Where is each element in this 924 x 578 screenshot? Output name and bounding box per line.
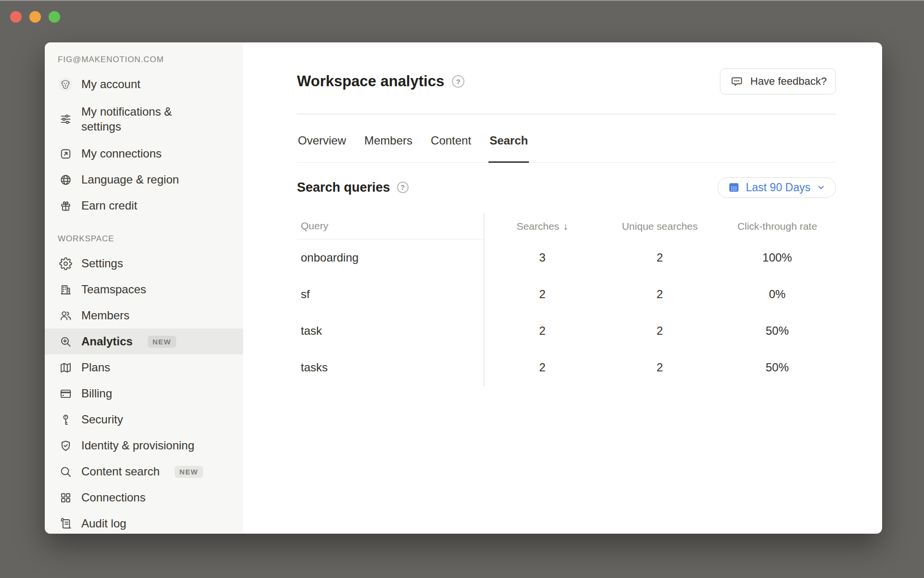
sort-desc-icon: ↓ <box>563 221 568 232</box>
magnifier-plus-icon <box>58 334 73 349</box>
table-header-row: Query Searches↓ Unique searches Click-th… <box>297 213 836 239</box>
table-row: task 2 2 50% <box>297 313 836 349</box>
arrow-up-right-icon <box>58 146 73 161</box>
sidebar-item-language-region[interactable]: Language & region <box>45 167 243 193</box>
sidebar-item-content-search[interactable]: Content search NEW <box>45 459 243 485</box>
new-badge: NEW <box>148 336 176 348</box>
date-range-dropdown[interactable]: Last 90 Days <box>718 177 836 198</box>
sidebar-item-label: Earn credit <box>81 199 137 212</box>
sidebar-item-label: Settings <box>81 257 123 270</box>
sidebar-item-identity-provisioning[interactable]: Identity & provisioning <box>45 433 243 459</box>
query-cell: tasks <box>297 361 484 374</box>
ctr-cell: 100% <box>719 251 836 264</box>
chevron-down-icon <box>816 182 826 193</box>
people-icon <box>58 308 73 323</box>
globe-icon <box>58 172 73 187</box>
sidebar-item-connections[interactable]: Connections <box>45 485 243 511</box>
sidebar-item-label: My connections <box>81 147 162 160</box>
column-header-query[interactable]: Query <box>297 213 484 239</box>
tab-content[interactable]: Content <box>430 115 472 162</box>
sidebar-item-label: Language & region <box>81 173 179 186</box>
sidebar-item-label: Security <box>81 413 123 426</box>
analytics-tabs: Overview Members Content Search <box>297 115 836 163</box>
sidebar-item-earn-credit[interactable]: Earn credit <box>45 193 243 219</box>
column-header-click-through-rate[interactable]: Click-through rate <box>719 221 836 232</box>
sidebar-item-plans[interactable]: Plans <box>45 355 243 381</box>
unique-searches-cell: 2 <box>601 288 719 301</box>
sidebar-item-billing[interactable]: Billing <box>45 381 243 407</box>
column-header-unique-searches[interactable]: Unique searches <box>601 221 719 232</box>
zoom-button[interactable] <box>49 11 60 23</box>
search-queries-table: Query Searches↓ Unique searches Click-th… <box>297 213 836 386</box>
sidebar-item-label: Members <box>81 309 129 322</box>
scroll-icon <box>58 516 73 531</box>
sidebar-item-label: Audit log <box>81 517 126 530</box>
tab-search[interactable]: Search <box>488 115 529 162</box>
query-cell: onboarding <box>297 251 484 264</box>
workspace-section-label: WORKSPACE <box>58 234 243 244</box>
query-cell: task <box>297 324 484 338</box>
feedback-label: Have feedback? <box>750 75 827 88</box>
shield-check-icon <box>58 438 73 453</box>
unique-searches-cell: 2 <box>601 251 719 264</box>
sidebar-item-settings[interactable]: Settings <box>45 250 243 276</box>
new-badge: NEW <box>175 466 203 478</box>
tab-overview[interactable]: Overview <box>297 115 347 162</box>
sidebar-item-security[interactable]: Security <box>45 407 243 433</box>
have-feedback-button[interactable]: Have feedback? <box>720 68 836 94</box>
window-controls <box>10 11 60 23</box>
building-icon <box>58 282 73 297</box>
avatar <box>58 77 73 92</box>
settings-sidebar: FIG@MAKENOTION.COM <box>45 42 243 534</box>
analytics-main: Workspace analytics ? Have feedback? Ove… <box>243 42 882 534</box>
searches-cell: 2 <box>484 361 601 374</box>
magnifier-icon <box>58 464 73 479</box>
sidebar-item-label: Connections <box>81 491 145 504</box>
sidebar-item-label: Content search <box>81 465 160 478</box>
page-title-text: Workspace analytics <box>297 73 444 90</box>
unique-searches-cell: 2 <box>601 324 719 338</box>
ctr-cell: 0% <box>719 288 836 301</box>
chat-bubble-icon <box>729 74 744 89</box>
sidebar-item-label: Plans <box>81 361 110 374</box>
sidebar-item-label: My account <box>81 78 141 91</box>
unique-searches-cell: 2 <box>601 361 719 374</box>
ctr-cell: 50% <box>719 324 836 338</box>
sidebar-item-analytics[interactable]: Analytics NEW <box>45 328 243 355</box>
searches-cell: 2 <box>484 288 601 301</box>
sidebar-item-notifications-settings[interactable]: My notifications & settings <box>45 97 243 141</box>
table-row: tasks 2 2 50% <box>297 349 836 386</box>
sidebar-item-teamspaces[interactable]: Teamspaces <box>45 276 243 302</box>
account-email-label: FIG@MAKENOTION.COM <box>58 55 243 65</box>
query-cell: sf <box>297 288 484 301</box>
column-header-searches[interactable]: Searches↓ <box>484 221 601 232</box>
gear-icon <box>58 256 73 271</box>
sidebar-item-label: Billing <box>81 387 112 400</box>
help-icon[interactable]: ? <box>397 182 409 193</box>
date-range-label: Last 90 Days <box>746 181 810 194</box>
sidebar-item-audit-log[interactable]: Audit log <box>45 511 243 534</box>
table-row: onboarding 3 2 100% <box>297 239 836 276</box>
key-icon <box>58 412 73 427</box>
sidebar-item-my-account[interactable]: My account <box>45 71 243 97</box>
close-button[interactable] <box>10 11 22 23</box>
sidebar-item-my-connections[interactable]: My connections <box>45 141 243 167</box>
minimize-button[interactable] <box>29 11 41 23</box>
settings-window: FIG@MAKENOTION.COM <box>45 42 882 534</box>
map-icon <box>58 360 73 375</box>
help-icon[interactable]: ? <box>452 75 464 88</box>
credit-card-icon <box>58 386 73 401</box>
ctr-cell: 50% <box>719 361 836 374</box>
sidebar-item-label: Identity & provisioning <box>81 439 194 452</box>
tab-members[interactable]: Members <box>363 115 413 162</box>
sidebar-item-members[interactable]: Members <box>45 302 243 328</box>
gift-icon <box>58 198 73 213</box>
page-title: Workspace analytics ? <box>297 73 464 90</box>
searches-cell: 2 <box>484 324 601 338</box>
searches-cell: 3 <box>484 251 601 264</box>
calendar-icon <box>727 181 741 194</box>
table-row: sf 2 2 0% <box>297 276 836 313</box>
section-title: Search queries ? <box>297 180 409 195</box>
sidebar-item-label: My notifications & settings <box>81 104 194 134</box>
sidebar-item-label: Teamspaces <box>81 283 146 296</box>
